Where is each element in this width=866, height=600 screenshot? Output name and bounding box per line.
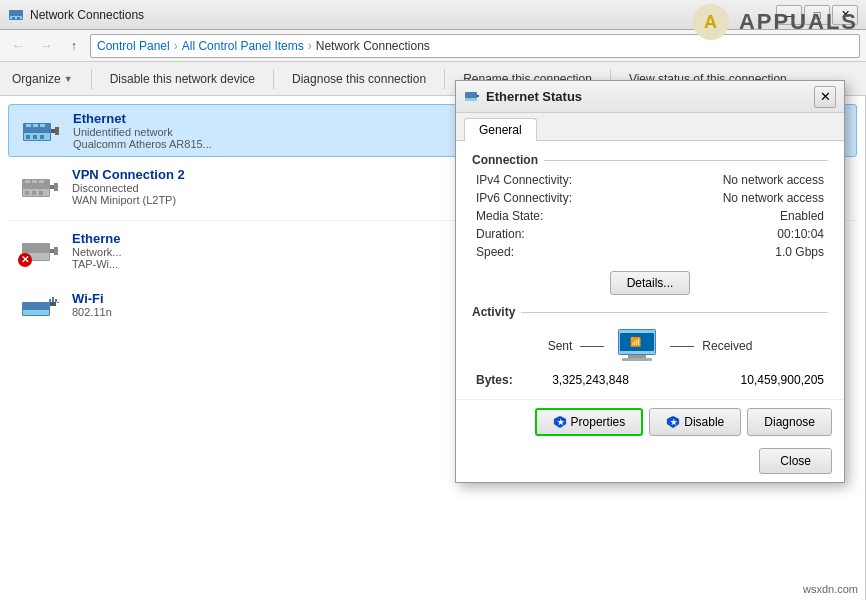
modal-ethernet-icon <box>464 89 480 105</box>
ipv6-label: IPv6 Connectivity: <box>472 189 612 207</box>
bytes-row: Bytes: 3,325,243,848 10,459,900,205 <box>472 373 828 387</box>
svg-rect-1 <box>10 16 22 19</box>
wifi-icon <box>16 286 64 322</box>
computer-icon: 📶 <box>612 327 662 365</box>
connection-info-table: IPv4 Connectivity: No network access IPv… <box>472 171 828 261</box>
svg-rect-32 <box>49 299 51 302</box>
bytes-sent-value: 3,325,243,848 <box>513 373 669 387</box>
up-button[interactable]: ↑ <box>62 34 86 58</box>
svg-rect-35 <box>57 302 59 303</box>
disable-label: Disable <box>684 415 724 429</box>
watermark-text: APPUALS <box>739 9 858 35</box>
svg-rect-6 <box>26 124 31 127</box>
disable-device-button[interactable]: Disable this network device <box>104 69 261 89</box>
received-label: Received <box>702 339 752 353</box>
back-button[interactable]: ← <box>6 34 30 58</box>
duration-row: Duration: 00:10:04 <box>472 225 828 243</box>
svg-text:★: ★ <box>557 418 565 427</box>
toolbar-sep-3 <box>444 69 445 89</box>
watermark-icon: A <box>693 4 729 40</box>
media-value: Enabled <box>612 207 828 225</box>
svg-rect-34 <box>47 302 49 303</box>
svg-rect-33 <box>55 299 57 302</box>
speed-label: Speed: <box>472 243 612 261</box>
toolbar-sep-1 <box>91 69 92 89</box>
svg-rect-16 <box>25 180 30 183</box>
diagnose-button[interactable]: Diagnose <box>747 408 832 436</box>
diagnose-connection-button[interactable]: Diagnose this connection <box>286 69 432 89</box>
ipv4-row: IPv4 Connectivity: No network access <box>472 171 828 189</box>
svg-rect-21 <box>39 191 43 195</box>
svg-rect-9 <box>26 135 30 139</box>
svg-rect-37 <box>465 98 477 101</box>
breadcrumb-network: Network Connections <box>316 39 430 53</box>
speed-value: 1.0 Gbps <box>612 243 828 261</box>
organize-button[interactable]: Organize ▼ <box>6 69 79 89</box>
modal-body: Connection IPv4 Connectivity: No network… <box>456 141 844 399</box>
svg-rect-10 <box>33 135 37 139</box>
media-label: Media State: <box>472 207 612 225</box>
svg-rect-31 <box>52 297 54 302</box>
activity-section-label: Activity <box>472 305 828 319</box>
ipv6-value: No network access <box>612 189 828 207</box>
media-row: Media State: Enabled <box>472 207 828 225</box>
svg-rect-29 <box>23 310 49 315</box>
ethernet-disabled-icon: ✕ <box>16 233 64 269</box>
recv-line <box>670 346 694 347</box>
properties-shield-icon: ★ <box>553 415 567 429</box>
breadcrumb-all-items[interactable]: All Control Panel Items <box>182 39 304 53</box>
tab-general[interactable]: General <box>464 118 537 141</box>
ethernet-status-modal: Ethernet Status ✕ General Connection IPv… <box>455 80 845 483</box>
forward-button[interactable]: → <box>34 34 58 58</box>
details-button[interactable]: Details... <box>610 271 691 295</box>
breadcrumb-control-panel[interactable]: Control Panel <box>97 39 170 53</box>
svg-rect-38 <box>477 95 479 97</box>
svg-rect-27 <box>54 247 58 255</box>
properties-button[interactable]: ★ Properties <box>535 408 644 436</box>
properties-label: Properties <box>571 415 626 429</box>
svg-rect-20 <box>32 191 36 195</box>
sent-label: Sent <box>548 339 573 353</box>
svg-rect-19 <box>25 191 29 195</box>
modal-title-bar: Ethernet Status ✕ <box>456 81 844 113</box>
disable-button[interactable]: ★ Disable <box>649 408 741 436</box>
connection-section-line <box>544 160 828 161</box>
svg-rect-42 <box>622 358 652 361</box>
svg-rect-2 <box>12 17 15 19</box>
svg-rect-23 <box>54 183 58 191</box>
duration-label: Duration: <box>472 225 612 243</box>
svg-text:📶: 📶 <box>630 336 642 348</box>
svg-rect-30 <box>50 302 56 306</box>
disabled-x-badge: ✕ <box>18 253 32 267</box>
ipv6-row: IPv6 Connectivity: No network access <box>472 189 828 207</box>
speed-row: Speed: 1.0 Gbps <box>472 243 828 261</box>
svg-rect-17 <box>32 180 37 183</box>
svg-rect-13 <box>55 127 59 135</box>
duration-value: 00:10:04 <box>612 225 828 243</box>
svg-rect-18 <box>39 180 44 183</box>
close-button[interactable]: Close <box>759 448 832 474</box>
sent-line <box>580 346 604 347</box>
svg-rect-3 <box>17 17 20 19</box>
organize-dropdown-arrow: ▼ <box>64 74 73 84</box>
activity-visual: Sent 📶 Received <box>472 327 828 365</box>
wsxdn-watermark: wsxdn.com <box>799 582 862 596</box>
svg-text:★: ★ <box>670 418 678 427</box>
bytes-label: Bytes: <box>476 373 513 387</box>
modal-close-x-button[interactable]: ✕ <box>814 86 836 108</box>
watermark: A APPUALS <box>693 4 858 40</box>
modal-title: Ethernet Status <box>486 89 814 104</box>
ipv4-label: IPv4 Connectivity: <box>472 171 612 189</box>
bytes-received-value: 10,459,900,205 <box>668 373 824 387</box>
modal-close-row: Close <box>456 444 844 482</box>
svg-rect-8 <box>40 124 45 127</box>
activity-section-line <box>521 312 828 313</box>
modal-tab-bar: General <box>456 113 844 141</box>
svg-rect-7 <box>33 124 38 127</box>
disable-shield-icon: ★ <box>666 415 680 429</box>
connection-section-label: Connection <box>472 153 828 167</box>
window-icon <box>8 7 24 23</box>
window-title: Network Connections <box>30 8 770 22</box>
modal-footer: ★ Properties ★ Disable Diagnose <box>456 399 844 444</box>
breadcrumb-sep-2: › <box>308 39 312 53</box>
